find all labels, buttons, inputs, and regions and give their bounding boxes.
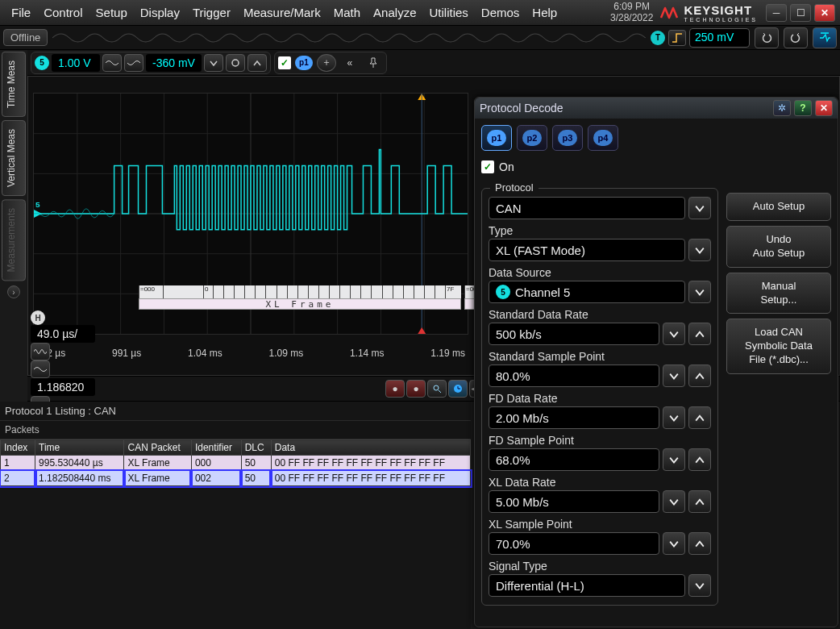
on-checkbox[interactable]: ✓ (481, 160, 494, 173)
pin-icon[interactable] (364, 54, 383, 72)
window-close-button[interactable]: ✕ (814, 4, 835, 22)
maximize-button[interactable]: ☐ (790, 4, 811, 22)
increment-button[interactable] (688, 448, 711, 471)
undo-auto-setup-button[interactable]: Undo Auto Setup (726, 226, 831, 268)
close-icon[interactable]: ✕ (815, 100, 833, 116)
decrement-button[interactable] (663, 490, 685, 513)
protocol-tab-p4[interactable]: p4 (588, 125, 618, 151)
tab-vertical-meas[interactable]: Vertical Meas (2, 120, 26, 196)
expand-handle[interactable]: › (7, 285, 20, 298)
menu-control[interactable]: Control (37, 2, 89, 23)
menu-setup[interactable]: Setup (89, 2, 134, 23)
listing-section[interactable]: Packets (0, 421, 471, 439)
offset-zero-button[interactable] (226, 54, 245, 72)
col-index[interactable]: Index (1, 440, 35, 456)
std-rate-input[interactable]: 500 kb/s (489, 323, 659, 345)
collapse-left-icon[interactable]: « (340, 54, 360, 72)
col-can-packet[interactable]: CAN Packet (124, 440, 191, 456)
protocol-enable-checkbox[interactable]: ✓ (278, 56, 291, 69)
add-button[interactable]: ＋ (317, 54, 336, 72)
table-row[interactable]: 2 1.182508440 ms XL Frame 002 50 00 FF F… (1, 471, 471, 486)
protocol-tab-p2[interactable]: p2 (517, 125, 547, 151)
chevron-down-icon[interactable] (688, 281, 711, 303)
decrement-button[interactable] (663, 406, 685, 429)
increment-button[interactable] (688, 323, 711, 345)
stop-button[interactable]: ● (406, 380, 426, 398)
record-button[interactable]: ● (385, 380, 405, 398)
col-identifier[interactable]: Identifier (191, 440, 241, 456)
offset-down-button[interactable] (204, 54, 223, 72)
run-status[interactable]: Offline (3, 29, 48, 46)
vertical-offset[interactable]: -360 mV (146, 54, 202, 72)
tab-measurements[interactable]: Measurements (2, 199, 26, 281)
std-sample-point-input[interactable]: 80.0% (489, 364, 659, 387)
p1-badge[interactable]: p1 (295, 56, 313, 70)
signal-type-select[interactable]: Differential (H-L) (489, 574, 685, 597)
decode-suffix: 7F (445, 285, 461, 298)
channel-5-badge[interactable]: 5 (35, 56, 49, 70)
xl-rate-input[interactable]: 5.00 Mb/s (489, 490, 659, 513)
increment-button[interactable] (688, 364, 711, 387)
redo-button[interactable] (784, 27, 808, 48)
manual-setup-button[interactable]: Manual Setup... (726, 273, 831, 314)
load-dbc-button[interactable]: Load CAN Symbolic Data File (*.dbc)... (726, 319, 831, 374)
coupling-ac-icon[interactable] (102, 54, 122, 72)
panel-titlebar[interactable]: Protocol Decode ✲ ? ✕ (475, 98, 838, 119)
brand-logo: KEYSIGHTTECHNOLOGIES (659, 3, 758, 23)
timebase-expand-icon[interactable] (31, 343, 50, 360)
search-button[interactable] (427, 380, 447, 398)
waveform-canvas[interactable]: 5 =000 0 7F XL Frame =002 (33, 93, 468, 335)
menu-math[interactable]: Math (327, 2, 367, 23)
auto-setup-button[interactable]: Auto Setup (726, 193, 831, 221)
increment-button[interactable] (688, 532, 711, 555)
decrement-button[interactable] (663, 364, 685, 387)
xl-sample-point-input[interactable]: 70.0% (489, 532, 659, 555)
time-tick: 1.04 ms (188, 348, 222, 359)
table-row[interactable]: 1 995.530440 µs XL Frame 000 50 00 FF FF… (1, 456, 471, 471)
increment-button[interactable] (688, 490, 711, 513)
menu-display[interactable]: Display (134, 2, 186, 23)
edge-rising-icon[interactable] (668, 30, 686, 46)
protocol-select[interactable]: CAN (489, 197, 685, 219)
help-icon[interactable]: ? (794, 100, 812, 116)
history-button[interactable] (448, 380, 468, 398)
data-source-select[interactable]: 5Channel 5 (489, 281, 685, 303)
minimize-button[interactable]: ─ (766, 4, 787, 22)
menu-file[interactable]: File (5, 2, 37, 23)
chevron-down-icon[interactable] (688, 197, 711, 219)
undo-button[interactable] (755, 27, 779, 48)
tab-time-meas[interactable]: Time Meas (2, 52, 26, 117)
col-time[interactable]: Time (35, 440, 124, 456)
menu-utilities[interactable]: Utilities (422, 2, 474, 23)
col-data[interactable]: Data (271, 440, 470, 456)
fd-sample-point-input[interactable]: 68.0% (489, 448, 659, 471)
menu-demos[interactable]: Demos (475, 2, 526, 23)
menu-trigger[interactable]: Trigger (186, 2, 237, 23)
vertical-scale[interactable]: 1.00 V (52, 54, 100, 72)
decrement-button[interactable] (663, 323, 685, 345)
menu-bar: File Control Setup Display Trigger Measu… (0, 0, 840, 26)
timebase-compress-icon[interactable] (31, 360, 50, 378)
chevron-down-icon[interactable] (688, 574, 711, 597)
decrement-button[interactable] (663, 532, 685, 555)
col-dlc[interactable]: DLC (241, 440, 271, 456)
timebase-scale[interactable]: 49.0 µs/ (31, 325, 95, 343)
increment-button[interactable] (688, 406, 711, 429)
touch-toggle[interactable] (813, 27, 837, 48)
trigger-badge[interactable]: T (651, 31, 665, 45)
decrement-button[interactable] (663, 448, 685, 471)
gear-icon[interactable]: ✲ (773, 100, 791, 116)
protocol-tab-p3[interactable]: p3 (552, 125, 583, 151)
chevron-down-icon[interactable] (688, 239, 711, 261)
fd-rate-input[interactable]: 2.00 Mb/s (489, 406, 659, 429)
menu-measure-mark[interactable]: Measure/Mark (237, 2, 327, 23)
offset-up-button[interactable] (247, 54, 267, 72)
horizontal-badge[interactable]: H (31, 310, 45, 325)
coupling-dc-icon[interactable] (124, 54, 143, 72)
trigger-level[interactable]: 250 mV (689, 28, 750, 48)
type-select[interactable]: XL (FAST Mode) (489, 239, 685, 261)
timebase-position[interactable]: 1.186820 (31, 378, 95, 396)
protocol-tab-p1[interactable]: p1 (481, 125, 512, 151)
menu-help[interactable]: Help (526, 2, 563, 23)
menu-analyze[interactable]: Analyze (367, 2, 422, 23)
